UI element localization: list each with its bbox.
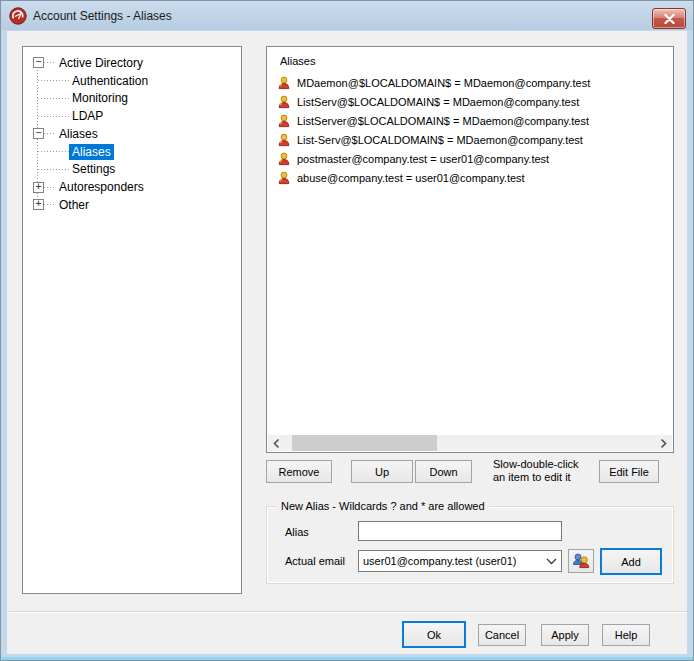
tree-connector-stub bbox=[38, 151, 69, 152]
add-button[interactable]: Add bbox=[600, 548, 662, 575]
tree-connector-stub bbox=[44, 62, 56, 63]
alias-input[interactable] bbox=[358, 521, 562, 541]
close-icon bbox=[664, 14, 675, 24]
alias-item-text: MDaemon@$LOCALDOMAIN$ = MDaemon@company.… bbox=[297, 77, 590, 89]
cancel-button[interactable]: Cancel bbox=[478, 624, 526, 646]
contacts-icon bbox=[571, 552, 591, 570]
settings-tree-rows: −Active DirectoryAuthenticationMonitorin… bbox=[24, 54, 240, 214]
collapse-icon[interactable]: − bbox=[33, 57, 44, 68]
actual-email-select[interactable]: user01@company.test (user01) bbox=[358, 550, 562, 572]
tree-item-other[interactable]: +Other bbox=[24, 196, 240, 214]
mdaemon-logo-icon bbox=[9, 7, 27, 25]
tree-item-label: Aliases bbox=[56, 126, 101, 142]
tree-item-label: Other bbox=[56, 197, 92, 213]
scroll-right-arrow-icon[interactable] bbox=[655, 435, 672, 451]
alias-item-text: List-Serv@$LOCALDOMAIN$ = MDaemon@compan… bbox=[297, 134, 583, 146]
remove-button[interactable]: Remove bbox=[266, 460, 332, 483]
tree-item-settings[interactable]: Settings bbox=[24, 161, 240, 179]
actual-email-field-label: Actual email bbox=[285, 555, 345, 567]
aliases-list-rows: MDaemon@$LOCALDOMAIN$ = MDaemon@company.… bbox=[267, 73, 673, 187]
expand-icon[interactable]: + bbox=[33, 182, 44, 193]
person-icon bbox=[277, 114, 291, 128]
tree-item-label: Monitoring bbox=[69, 90, 131, 106]
tree-connector-stub bbox=[38, 116, 69, 117]
new-alias-group-title: New Alias - Wildcards ? and * are allowe… bbox=[277, 500, 489, 512]
tree-item-aliases[interactable]: Aliases bbox=[24, 143, 240, 161]
tree-connector-stub bbox=[44, 204, 56, 205]
tree-item-ldap[interactable]: LDAP bbox=[24, 107, 240, 125]
tree-connector-stub bbox=[38, 169, 69, 170]
tree-item-label: LDAP bbox=[69, 108, 106, 124]
person-icon bbox=[277, 171, 291, 185]
footer-separator bbox=[9, 611, 687, 613]
alias-list-item[interactable]: postmaster@company.test = user01@company… bbox=[267, 149, 673, 168]
window-title: Account Settings - Aliases bbox=[33, 9, 172, 23]
person-icon bbox=[277, 76, 291, 90]
alias-item-text: abuse@company.test = user01@company.test bbox=[297, 172, 525, 184]
account-picker-button[interactable] bbox=[568, 549, 594, 573]
tree-connector-stub bbox=[44, 187, 56, 188]
tree-item-label: Autoresponders bbox=[56, 179, 147, 195]
window-bottom-edge bbox=[2, 657, 694, 661]
aliases-listbox: Aliases MDaemon@$LOCALDOMAIN$ = MDaemon@… bbox=[266, 46, 674, 453]
up-button[interactable]: Up bbox=[351, 460, 413, 483]
alias-list-item[interactable]: MDaemon@$LOCALDOMAIN$ = MDaemon@company.… bbox=[267, 73, 673, 92]
person-icon bbox=[277, 95, 291, 109]
scrollbar-thumb[interactable] bbox=[292, 435, 437, 451]
alias-list-item[interactable]: ListServer@$LOCALDOMAIN$ = MDaemon@compa… bbox=[267, 111, 673, 130]
alias-list-item[interactable]: List-Serv@$LOCALDOMAIN$ = MDaemon@compan… bbox=[267, 130, 673, 149]
alias-item-text: postmaster@company.test = user01@company… bbox=[297, 153, 549, 165]
edit-hint-text: Slow-double-click an item to edit it bbox=[493, 458, 603, 483]
tree-connector-stub bbox=[38, 98, 69, 99]
close-button[interactable] bbox=[652, 8, 686, 29]
help-button[interactable]: Help bbox=[602, 624, 650, 646]
actual-email-selected-value: user01@company.test (user01) bbox=[363, 555, 546, 567]
tree-item-label: Settings bbox=[69, 161, 118, 177]
tree-item-label: Active Directory bbox=[56, 55, 146, 71]
ok-button[interactable]: Ok bbox=[402, 621, 466, 648]
account-settings-dialog: Account Settings - Aliases −Active Direc… bbox=[0, 0, 694, 661]
aliases-list-header: Aliases bbox=[267, 47, 673, 73]
edit-hint-line2: an item to edit it bbox=[493, 471, 603, 484]
expand-icon[interactable]: + bbox=[33, 199, 44, 210]
person-icon bbox=[277, 133, 291, 147]
apply-button[interactable]: Apply bbox=[541, 624, 589, 646]
alias-list-item[interactable]: ListServ@$LOCALDOMAIN$ = MDaemon@company… bbox=[267, 92, 673, 111]
tree-item-label: Authentication bbox=[69, 73, 151, 89]
person-icon bbox=[277, 152, 291, 166]
down-button[interactable]: Down bbox=[415, 460, 472, 483]
alias-list-item[interactable]: abuse@company.test = user01@company.test bbox=[267, 168, 673, 187]
settings-tree: −Active DirectoryAuthenticationMonitorin… bbox=[22, 46, 242, 594]
scroll-left-arrow-icon[interactable] bbox=[268, 435, 285, 451]
collapse-icon[interactable]: − bbox=[33, 128, 44, 139]
alias-item-text: ListServer@$LOCALDOMAIN$ = MDaemon@compa… bbox=[297, 115, 589, 127]
new-alias-groupbox: New Alias - Wildcards ? and * are allowe… bbox=[266, 506, 674, 584]
edit-file-button[interactable]: Edit File bbox=[599, 460, 659, 483]
tree-item-autoresponders[interactable]: +Autoresponders bbox=[24, 178, 240, 196]
chevron-down-icon bbox=[546, 558, 557, 565]
alias-field-label: Alias bbox=[285, 526, 309, 538]
tree-item-monitoring[interactable]: Monitoring bbox=[24, 90, 240, 108]
titlebar: Account Settings - Aliases bbox=[1, 1, 693, 30]
tree-connector-stub bbox=[38, 80, 69, 81]
alias-item-text: ListServ@$LOCALDOMAIN$ = MDaemon@company… bbox=[297, 96, 579, 108]
tree-item-aliases[interactable]: −Aliases bbox=[24, 125, 240, 143]
tree-connector-stub bbox=[44, 133, 56, 134]
horizontal-scrollbar[interactable] bbox=[268, 435, 672, 451]
edit-hint-line1: Slow-double-click bbox=[493, 458, 603, 471]
tree-item-label: Aliases bbox=[69, 144, 114, 160]
tree-item-authentication[interactable]: Authentication bbox=[24, 72, 240, 90]
tree-item-active-directory[interactable]: −Active Directory bbox=[24, 54, 240, 72]
